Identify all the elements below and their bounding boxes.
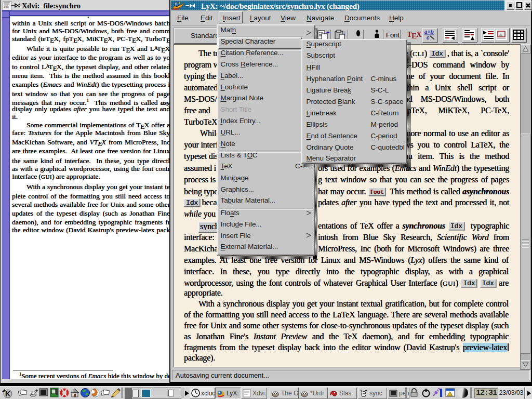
svg-text:K: K — [5, 390, 10, 398]
svg-text:c: c — [427, 35, 430, 41]
svg-text:↓: ↓ — [343, 30, 347, 35]
svg-text:496: 496 — [4, 6, 9, 9]
svg-text:+: + — [326, 30, 329, 35]
svg-text:a+b: a+b — [424, 29, 434, 35]
